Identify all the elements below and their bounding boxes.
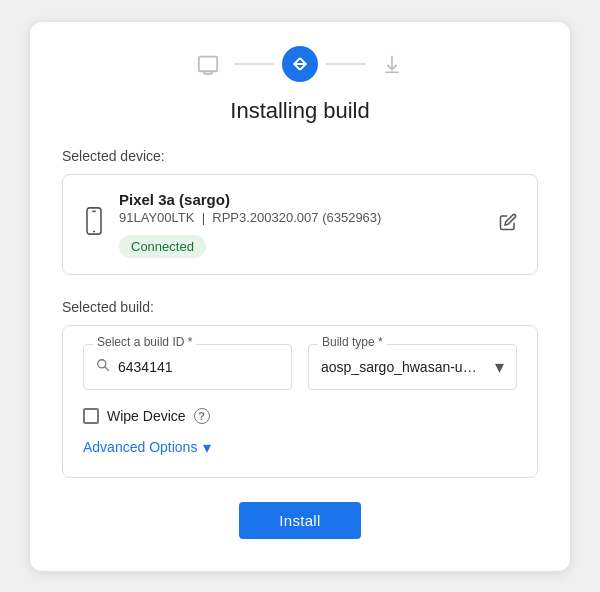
device-section-label: Selected device: — [62, 148, 538, 164]
stepper-step-1-icon — [190, 46, 226, 82]
svg-rect-0 — [199, 56, 217, 71]
build-id-field-group: Select a build ID * — [83, 344, 292, 390]
stepper-step-2-icon — [282, 46, 318, 82]
stepper-line-2 — [326, 63, 366, 65]
build-section-label: Selected build: — [62, 299, 538, 315]
wipe-device-row: Wipe Device ? — [83, 408, 517, 424]
build-card: Select a build ID * Build type * aosp_sa… — [62, 325, 538, 478]
advanced-options-chevron-icon: ▾ — [203, 438, 211, 457]
dialog-actions: Install — [62, 502, 538, 539]
build-type-value: aosp_sargo_hwasan-user... — [321, 359, 481, 375]
install-button[interactable]: Install — [239, 502, 360, 539]
wipe-device-checkbox[interactable] — [83, 408, 99, 424]
advanced-options-toggle[interactable]: Advanced Options ▾ — [83, 438, 211, 457]
device-card: Pixel 3a (sargo) 91LAY00LTK | RPP3.20032… — [62, 174, 538, 275]
page-title: Installing build — [62, 98, 538, 124]
device-status-badge: Connected — [119, 235, 206, 258]
build-id-input[interactable] — [118, 359, 279, 375]
chevron-down-icon: ▾ — [495, 356, 504, 378]
build-id-input-wrap[interactable] — [83, 344, 292, 390]
build-type-label: Build type * — [318, 335, 387, 349]
device-phone-icon — [83, 207, 105, 241]
build-id-label: Select a build ID * — [93, 335, 196, 349]
build-type-select[interactable]: aosp_sargo_hwasan-user... ▾ — [308, 344, 517, 390]
device-build-id: RPP3.200320.007 (6352963) — [212, 210, 381, 225]
edit-device-icon[interactable] — [499, 213, 517, 236]
svg-point-10 — [93, 230, 95, 232]
stepper-line-1 — [234, 63, 274, 65]
advanced-options-label: Advanced Options — [83, 439, 197, 455]
search-icon — [96, 358, 110, 375]
device-serial: 91LAY00LTK — [119, 210, 194, 225]
build-type-field-group: Build type * aosp_sargo_hwasan-user... ▾ — [308, 344, 517, 390]
device-name: Pixel 3a (sargo) — [119, 191, 485, 208]
build-fields: Select a build ID * Build type * aosp_sa… — [83, 344, 517, 390]
svg-line-12 — [105, 367, 109, 371]
svg-point-11 — [98, 360, 106, 368]
installing-build-dialog: Installing build Selected device: Pixel … — [30, 22, 570, 571]
wipe-device-help-icon[interactable]: ? — [194, 408, 210, 424]
device-meta: 91LAY00LTK | RPP3.200320.007 (6352963) — [119, 210, 485, 225]
device-meta-separator: | — [202, 210, 205, 225]
stepper — [62, 46, 538, 82]
stepper-step-3-icon — [374, 46, 410, 82]
wipe-device-label: Wipe Device — [107, 408, 186, 424]
device-info: Pixel 3a (sargo) 91LAY00LTK | RPP3.20032… — [119, 191, 485, 258]
